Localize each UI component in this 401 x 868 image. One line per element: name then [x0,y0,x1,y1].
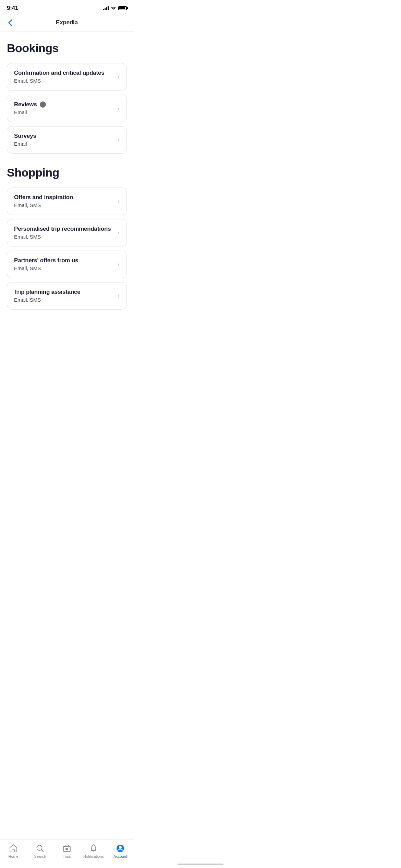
surveys-content: Surveys Email [14,133,113,147]
nav-header: Expedia [0,15,134,32]
personalised-chevron: › [118,229,120,237]
partners-subtitle: Email, SMS [14,265,41,271]
reviews-title: Reviews [14,101,37,108]
surveys-title: Surveys [14,133,36,140]
offers-content: Offers and inspiration Email, SMS [14,194,113,208]
reviews-title-row: Reviews [14,101,113,108]
personalised-title-row: Personalised trip recommendations [14,226,113,232]
confirmation-item[interactable]: Confirmation and critical updates Email,… [7,63,127,91]
personalised-title: Personalised trip recommendations [14,226,111,232]
personalised-content: Personalised trip recommendations Email,… [14,226,113,240]
reviews-item[interactable]: Reviews Email › [7,95,127,122]
personalised-item[interactable]: Personalised trip recommendations Email,… [7,219,127,246]
confirmation-title: Confirmation and critical updates [14,70,105,76]
wifi-icon [111,6,116,10]
offers-title: Offers and inspiration [14,194,73,201]
offers-title-row: Offers and inspiration [14,194,113,201]
bookings-card-list: Confirmation and critical updates Email,… [7,63,127,154]
reviews-subtitle: Email [14,109,27,115]
trip-planning-title-row: Trip planning assistance [14,289,113,296]
surveys-subtitle: Email [14,141,27,147]
trip-planning-title: Trip planning assistance [14,289,81,296]
surveys-title-row: Surveys [14,133,113,140]
partners-item[interactable]: Partners' offers from us Email, SMS › [7,251,127,278]
partners-title: Partners' offers from us [14,257,78,264]
signal-icon [103,6,109,10]
offers-item[interactable]: Offers and inspiration Email, SMS › [7,188,127,215]
reviews-badge [40,101,46,108]
confirmation-chevron: › [118,73,120,81]
confirmation-content: Confirmation and critical updates Email,… [14,70,113,84]
surveys-item[interactable]: Surveys Email › [7,126,127,154]
confirmation-subtitle: Email, SMS [14,78,41,84]
trip-planning-chevron: › [118,292,120,300]
trip-planning-content: Trip planning assistance Email, SMS [14,289,113,303]
trip-planning-item[interactable]: Trip planning assistance Email, SMS › [7,282,127,310]
battery-icon [118,6,127,10]
trip-planning-subtitle: Email, SMS [14,297,41,303]
offers-subtitle: Email, SMS [14,202,41,208]
offers-chevron: › [118,198,120,205]
bookings-section-title: Bookings [7,41,127,55]
status-icons [103,6,127,10]
back-button[interactable] [7,18,14,28]
status-time: 9:41 [7,5,18,12]
partners-content: Partners' offers from us Email, SMS [14,257,113,272]
main-content: Bookings Confirmation and critical updat… [0,32,134,356]
reviews-chevron: › [118,105,120,112]
status-bar: 9:41 [0,0,134,15]
shopping-card-list: Offers and inspiration Email, SMS › Pers… [7,188,127,310]
reviews-content: Reviews Email [14,101,113,116]
partners-title-row: Partners' offers from us [14,257,113,264]
nav-title: Expedia [56,19,78,26]
shopping-section-title: Shopping [7,166,127,179]
personalised-subtitle: Email, SMS [14,234,41,240]
confirmation-title-row: Confirmation and critical updates [14,70,113,76]
partners-chevron: › [118,261,120,268]
surveys-chevron: › [118,136,120,144]
